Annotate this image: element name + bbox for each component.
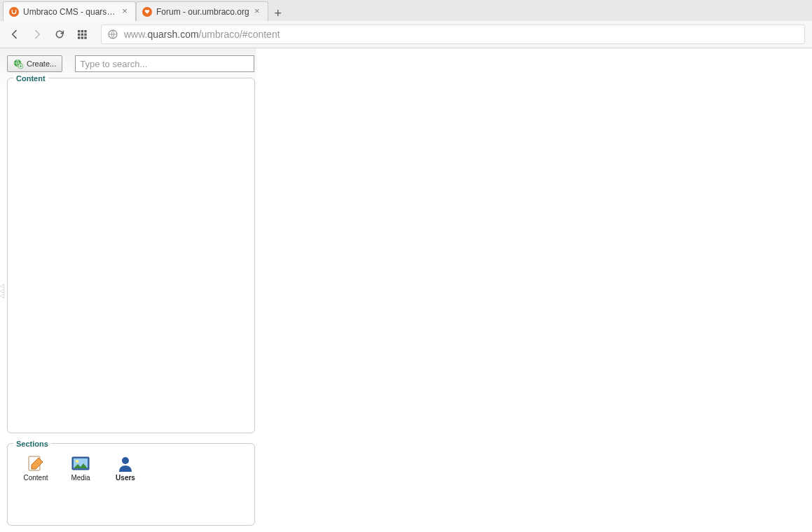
- content-panel: Content: [7, 78, 255, 433]
- create-button[interactable]: Create...: [7, 55, 62, 72]
- section-content[interactable]: Content: [20, 455, 51, 482]
- close-icon[interactable]: ×: [252, 7, 262, 17]
- forward-button[interactable]: [29, 27, 45, 42]
- tab-strip: Umbraco CMS - quarsh.co × Forum - our.um…: [0, 0, 812, 21]
- search-input[interactable]: [75, 55, 254, 72]
- sections-panel-title: Sections: [13, 440, 51, 448]
- svg-point-18: [122, 457, 129, 464]
- section-label: Users: [116, 474, 135, 482]
- search-box: [75, 55, 254, 72]
- arrow-left-icon: [9, 29, 20, 40]
- browser-toolbar: www.quarsh.com/umbraco/#content: [0, 21, 812, 48]
- section-media[interactable]: Media: [65, 455, 96, 482]
- tab-title: Umbraco CMS - quarsh.co: [23, 7, 117, 17]
- svg-rect-8: [78, 36, 80, 38]
- globe-icon: [107, 29, 118, 40]
- svg-rect-7: [84, 34, 86, 36]
- svg-point-17: [76, 460, 78, 463]
- svg-rect-5: [78, 34, 80, 36]
- grid-icon: [76, 29, 88, 40]
- svg-rect-6: [81, 34, 83, 36]
- tab-title: Forum - our.umbraco.org: [156, 7, 249, 17]
- section-label: Media: [71, 474, 90, 482]
- browser-tab-1[interactable]: Umbraco CMS - quarsh.co ×: [3, 1, 136, 21]
- svg-rect-9: [81, 36, 83, 38]
- app-body: ◁◁◁ Create... Content Sections: [0, 48, 812, 532]
- address-bar[interactable]: www.quarsh.com/umbraco/#content: [101, 24, 805, 44]
- main-content: [256, 48, 812, 532]
- new-tab-button[interactable]: +: [268, 6, 288, 21]
- url-host: quarsh.com: [147, 29, 198, 40]
- content-panel-title: Content: [13, 74, 48, 83]
- svg-rect-4: [84, 30, 86, 32]
- url-text: www.quarsh.com/umbraco/#content: [124, 29, 280, 40]
- sidebar: ◁◁◁ Create... Content Sections: [0, 48, 256, 532]
- create-button-label: Create...: [27, 59, 56, 68]
- close-icon[interactable]: ×: [120, 7, 130, 17]
- umbraco-heart-icon: [142, 7, 152, 17]
- reload-button[interactable]: [52, 27, 67, 42]
- resizer-grip[interactable]: ◁◁◁: [0, 284, 4, 298]
- reload-icon: [54, 29, 65, 40]
- svg-rect-2: [78, 30, 80, 32]
- svg-point-0: [9, 7, 19, 17]
- document-edit-icon: [26, 455, 46, 472]
- svg-rect-10: [84, 36, 86, 38]
- sections-panel: Sections Content Media: [7, 443, 255, 526]
- umbraco-icon: [9, 7, 19, 17]
- sidebar-toolbar: Create...: [7, 55, 256, 72]
- svg-rect-3: [81, 30, 83, 32]
- picture-icon: [71, 455, 90, 472]
- section-label: Content: [23, 474, 48, 482]
- user-icon: [116, 455, 135, 472]
- back-button[interactable]: [7, 27, 22, 42]
- browser-tab-2[interactable]: Forum - our.umbraco.org ×: [136, 1, 268, 21]
- arrow-right-icon: [32, 29, 43, 40]
- section-icons: Content Media Users: [15, 455, 247, 482]
- globe-plus-icon: [13, 59, 23, 69]
- apps-button[interactable]: [74, 27, 90, 42]
- browser-chrome: Umbraco CMS - quarsh.co × Forum - our.um…: [0, 0, 812, 48]
- url-path: /umbraco/#content: [199, 29, 280, 40]
- section-users[interactable]: Users: [110, 455, 141, 482]
- url-prefix: www.: [124, 29, 147, 40]
